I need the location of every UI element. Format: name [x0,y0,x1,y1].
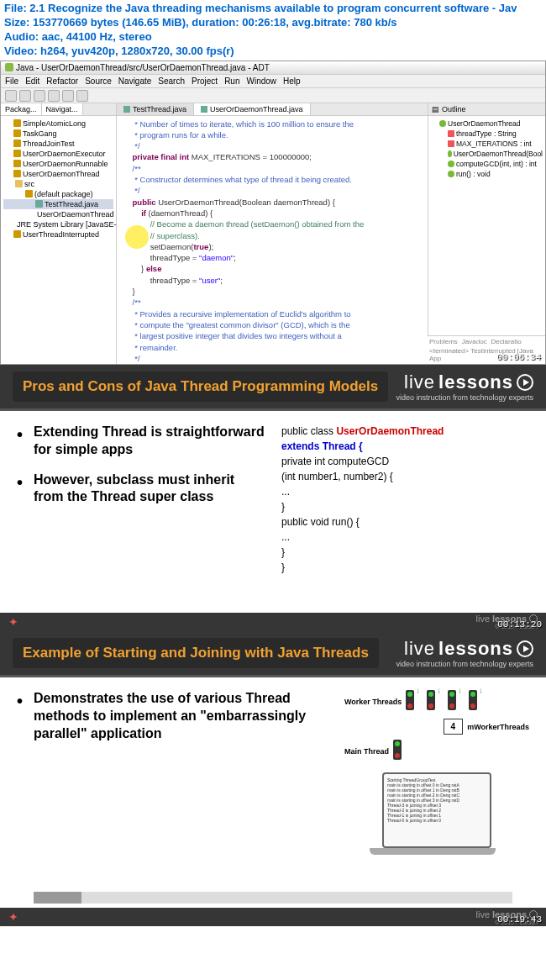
menu-search[interactable]: Search [158,76,185,86]
outline-item[interactable]: UserOrDaemonThread(Bool [431,149,543,159]
pkg-icon [25,190,33,198]
pkg-icon [13,160,21,167]
menu-run[interactable]: Run [224,76,239,86]
meta-audio: Audio: aac, 44100 Hz, stereo [4,30,542,45]
package-explorer[interactable]: Packag...Navigat... SimpleAtomicLongTask… [1,103,117,365]
play-icon [517,640,533,657]
outline-item[interactable]: UserOrDaemonThread [431,119,543,129]
video-timestamp: 00:06:34 [496,352,541,362]
media-metadata: File: 2.1 Recognize the Java threading m… [0,0,546,61]
file-icon [35,200,43,208]
outline-header: ▤ Outline [428,103,545,116]
tree-item[interactable]: TestThread.java [3,199,113,209]
slide-title: Example of Starting and Joining with Jav… [23,645,369,661]
window-titlebar: Java - UserOrDaemonThread/src/UserOrDaem… [1,61,545,75]
tree-item[interactable]: SimpleAtomicLong [3,119,113,129]
cursor-highlight-icon [125,225,149,249]
menu-help[interactable]: Help [283,76,301,86]
progress-bar[interactable] [34,892,512,904]
slide-pros-cons: Pros and Cons of Java Thread Programming… [0,365,546,631]
star-icon: ✦ [8,910,18,924]
fld-icon [15,180,23,187]
code-editor[interactable]: * Number of times to iterate, which is 1… [117,116,428,365]
tree-item[interactable]: ThreadJoinTest [3,139,113,149]
toolbar-icon[interactable] [19,90,31,102]
main-thread-label: Main Thread [344,747,389,756]
tree-item[interactable]: TaskGang [3,129,113,139]
star-icon: ✦ [8,615,18,629]
editor-tab[interactable]: UserOrDaemonThread.java [194,103,311,115]
livelessons-logo: livelessons video instruction from techn… [396,638,533,668]
meta-file: File: 2.1 Recognize the Java threading m… [4,2,542,16]
outline-icon: ▤ [432,105,439,113]
pkg-icon [13,230,21,238]
pkg-icon [13,129,21,137]
tree-item[interactable]: UserThreadInterrupted [3,229,113,240]
slide-title: Pros and Cons of Java Thread Programming… [23,378,378,395]
slide-bullet: Extending Thread is straightforward for … [17,424,265,459]
toolbar-icon[interactable] [5,90,17,102]
tree-item[interactable]: (default package) [3,189,113,199]
toolbar-icon[interactable] [76,90,88,102]
slide-bullet: However, subclass must inherit from the … [17,472,265,507]
mth-icon [448,150,452,157]
menubar[interactable]: FileEditRefactorSourceNavigateSearchProj… [1,75,545,88]
problems-tab[interactable]: Javadoc [462,338,487,345]
fld-icon [448,130,454,137]
problems-tab[interactable]: Problems [429,338,458,345]
video-timestamp: 00:19:43 [497,914,542,925]
menu-file[interactable]: File [5,76,18,86]
menu-navigate[interactable]: Navigate [118,76,151,86]
video-timestamp: 00:13:20 [497,619,542,630]
outline-panel[interactable]: ▤ Outline UserOrDaemonThreadthreadType :… [428,103,545,365]
menu-edit[interactable]: Edit [25,76,39,86]
play-icon [517,374,533,391]
thread-diagram: Worker Threads ↓ ↓ ↓ ↓ 4 mWorkerThreads … [344,690,529,875]
mth-icon [448,161,454,167]
menu-source[interactable]: Source [85,76,112,86]
tree-item[interactable]: UserOrDaemonExecutor [3,149,113,159]
app-icon [5,63,13,71]
java-file-icon [201,106,207,113]
worker-count-label: mWorkerThreads [467,723,529,731]
tree-item[interactable]: UserOrDaemonRunnable [3,159,113,169]
toolbar[interactable] [1,88,545,103]
editor-area[interactable]: TestThread.javaUserOrDaemonThread.java *… [117,103,428,365]
laptop-icon: Starting ThreadGroupTestmain is starting… [382,772,491,848]
tree-item[interactable]: UserOrDaemonThread [3,169,113,179]
problems-tab[interactable]: Declaratio [491,338,522,345]
panel-tab[interactable]: Navigat... [42,103,83,115]
cls-icon [439,120,446,127]
java-file-icon [123,106,130,113]
editor-tab[interactable]: TestThread.java [117,103,194,115]
livelessons-logo: livelivelessonslessons video instruction… [396,371,533,402]
meta-video: Video: h264, yuv420p, 1280x720, 30.00 fp… [4,45,542,59]
mth-icon [448,171,454,177]
pkg-icon [13,150,21,157]
menu-project[interactable]: Project [192,76,218,86]
menu-window[interactable]: Window [246,76,276,86]
slide-bullet: Demonstrates the use of various Thread m… [17,690,332,742]
worker-count-box: 4 [444,719,464,735]
pkg-icon [13,119,21,127]
toolbar-icon[interactable] [48,90,60,102]
pkg-icon [13,140,21,147]
fld-icon [448,140,454,147]
outline-item[interactable]: threadType : String [431,129,543,139]
menu-refactor[interactable]: Refactor [46,76,78,86]
toolbar-icon[interactable] [62,90,74,102]
tree-item[interactable]: JRE System Library [JavaSE-1 [3,219,113,229]
eclipse-ide-window: Java - UserOrDaemonThread/src/UserOrDaem… [0,61,546,365]
outline-item[interactable]: run() : void [431,169,543,179]
tree-item[interactable]: UserOrDaemonThread [3,209,113,219]
slide-starting-joining: Example of Starting and Joining with Jav… [0,631,546,926]
outline-item[interactable]: computeGCD(int, int) : int [431,159,543,169]
panel-tab[interactable]: Packag... [1,103,42,115]
code-snippet: public class UserOrDaemonThread extends … [281,424,529,600]
meta-size: Size: 153770669 bytes (146.65 MiB), dura… [4,16,542,30]
outline-item[interactable]: MAX_ITERATIONS : int [431,139,543,149]
window-title: Java - UserOrDaemonThread/src/UserOrDaem… [16,63,270,72]
pkg-icon [13,170,21,177]
toolbar-icon[interactable] [34,90,45,102]
tree-item[interactable]: src [3,179,113,189]
